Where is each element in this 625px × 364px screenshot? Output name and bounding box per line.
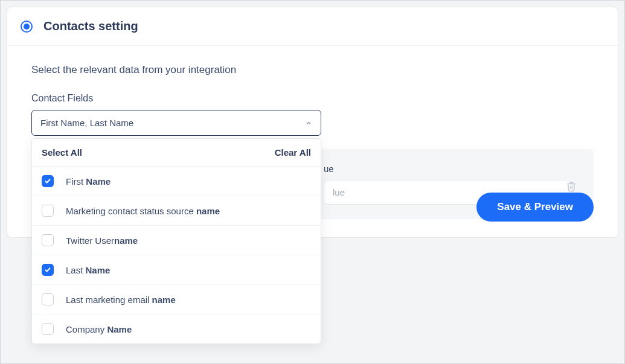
option-row[interactable]: First Name [32,167,321,196]
checkbox-checked-icon[interactable] [42,264,54,276]
contact-fields-select-wrap: First Name, Last Name Select All Clear A… [31,110,321,136]
check-icon [44,266,51,273]
checkbox-icon[interactable] [42,293,54,305]
select-all-button[interactable]: Select All [42,147,82,158]
options-list: First NameMarketing contact status sourc… [32,167,321,343]
instruction-text: Select the relevant data from your integ… [31,64,594,76]
option-row[interactable]: Marketing contact status source name [32,196,321,226]
option-label: Last marketing email name [66,295,176,305]
chevron-up-icon [305,120,312,127]
option-label: Company Name [66,324,132,334]
checkbox-icon[interactable] [42,234,54,246]
radio-selected-icon[interactable] [21,21,33,33]
field-label: Contact Fields [31,93,594,104]
option-label: Twitter Username [66,235,138,246]
dropdown-actions: Select All Clear All [32,139,321,167]
card-header: Contacts setting [7,7,618,46]
option-row[interactable]: Twitter Username [32,226,321,255]
trash-icon[interactable] [566,180,577,193]
page-title: Contacts setting [43,19,138,33]
option-label: Marketing contact status source name [66,206,220,216]
option-row[interactable]: Company Name [32,315,321,343]
option-row[interactable]: Last marketing email name [32,285,321,315]
select-value: First Name, Last Name [40,118,133,128]
checkbox-checked-icon[interactable] [42,175,54,187]
checkbox-icon[interactable] [42,323,54,335]
value-label: ue [324,164,579,174]
contact-fields-dropdown: Select All Clear All First NameMarketing… [31,138,321,344]
option-row[interactable]: Last Name [32,255,321,285]
option-label: Last Name [66,265,110,275]
save-preview-button[interactable]: Save & Preview [476,193,594,222]
settings-card: Contacts setting Select the relevant dat… [7,7,618,238]
checkbox-icon[interactable] [42,205,54,217]
contact-fields-select[interactable]: First Name, Last Name [31,110,321,136]
clear-all-button[interactable]: Clear All [275,147,311,158]
radio-dot-icon [24,24,30,30]
card-body: Select the relevant data from your integ… [7,46,618,237]
option-label: First Name [66,176,111,187]
check-icon [44,177,51,185]
